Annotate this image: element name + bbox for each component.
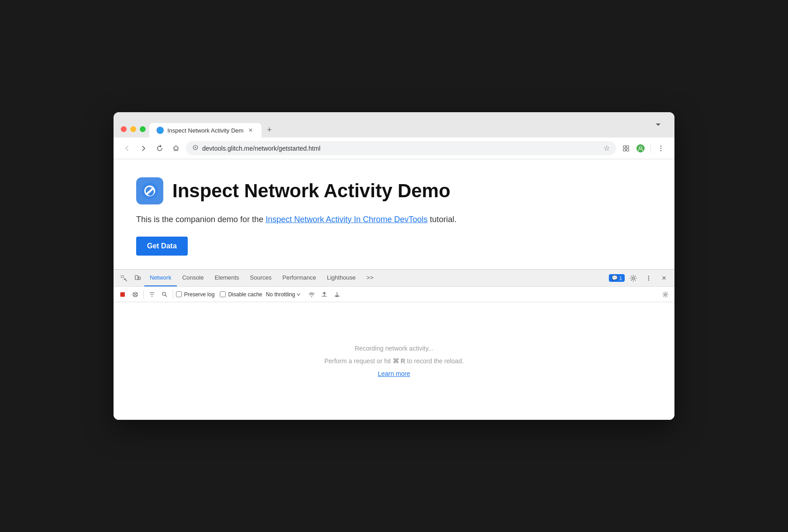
network-toolbar: Preserve log Disable cache No throttling (114, 287, 674, 302)
svg-point-5 (636, 144, 645, 152)
svg-point-20 (665, 294, 666, 295)
disable-cache-label: Disable cache (228, 291, 262, 298)
refresh-btn[interactable] (153, 142, 166, 155)
preserve-log-checkbox-wrap[interactable]: Preserve log (176, 291, 214, 298)
recording-text: Recording network activity... (355, 345, 433, 352)
disable-cache-checkbox-wrap[interactable]: Disable cache (220, 291, 262, 298)
home-btn[interactable] (170, 142, 182, 155)
svg-point-15 (648, 277, 649, 278)
tab-elements[interactable]: Elements (209, 270, 244, 286)
page-description: This is the companion demo for the Inspe… (136, 214, 652, 226)
browser-window: 🌐 Inspect Network Activity Dem ✕ + (114, 112, 674, 420)
preserve-log-checkbox[interactable] (176, 291, 182, 297)
address-bar[interactable]: devtools.glitch.me/network/getstarted.ht… (186, 141, 616, 155)
device-toolbar-icon[interactable] (131, 271, 144, 285)
address-bar-row: devtools.glitch.me/network/getstarted.ht… (114, 138, 674, 159)
upload-icon-btn[interactable] (319, 289, 330, 300)
chrome-menu-icon[interactable] (655, 142, 667, 155)
download-icon-btn[interactable] (332, 289, 342, 300)
devtools-settings-icon[interactable] (627, 271, 640, 285)
toolbar-divider (650, 144, 651, 153)
devtools-panel: Network Console Elements Sources Perform… (114, 269, 674, 420)
tab-bar: 🌐 Inspect Network Activity Dem ✕ + (149, 118, 667, 138)
wifi-icon-btn[interactable] (306, 289, 317, 300)
inspect-element-icon[interactable] (117, 271, 131, 285)
svg-rect-3 (623, 149, 626, 151)
site-logo (136, 177, 163, 204)
browser-toolbar-icons (620, 142, 667, 155)
devtools-more-icon[interactable] (642, 271, 655, 285)
svg-point-19 (162, 292, 166, 295)
description-suffix: tutorial. (427, 215, 456, 224)
search-btn[interactable] (159, 289, 170, 300)
network-content: Recording network activity... Perform a … (114, 302, 674, 420)
tab-close-btn[interactable]: ✕ (247, 127, 254, 134)
back-btn[interactable] (121, 142, 133, 155)
badge-icon: 💬 (612, 275, 618, 281)
bookmark-icon[interactable]: ☆ (603, 144, 610, 152)
description-prefix: This is the companion demo for the (136, 215, 266, 224)
learn-more-link[interactable]: Learn more (378, 370, 410, 377)
tab-overflow-btn[interactable] (649, 118, 667, 138)
tab-lighthouse[interactable]: Lighthouse (322, 270, 361, 286)
tab-favicon-icon: 🌐 (157, 127, 164, 134)
badge-count: 1 (619, 276, 622, 281)
svg-rect-1 (623, 146, 626, 148)
svg-point-7 (660, 147, 661, 148)
toolbar-divider1 (143, 290, 144, 299)
preserve-log-label: Preserve log (184, 291, 214, 298)
devtools-tabs-right: 💬 1 × (609, 271, 671, 285)
clear-log-btn[interactable] (130, 289, 141, 300)
tab-performance[interactable]: Performance (277, 270, 321, 286)
network-settings-icon[interactable] (660, 289, 671, 300)
throttle-select[interactable]: No throttling (264, 290, 303, 299)
svg-point-14 (648, 276, 649, 276)
page-content: Inspect Network Activity Demo This is th… (114, 159, 674, 269)
svg-point-8 (660, 150, 661, 151)
get-data-button[interactable]: Get Data (136, 237, 188, 256)
tab-title: Inspect Network Activity Dem (167, 127, 243, 134)
tab-console[interactable]: Console (177, 270, 209, 286)
svg-rect-4 (627, 149, 629, 151)
window-controls (121, 126, 146, 138)
record-stop-btn[interactable] (117, 289, 128, 300)
title-bar: 🌐 Inspect Network Activity Dem ✕ + (114, 112, 674, 138)
svg-point-13 (632, 277, 635, 279)
page-title-row: Inspect Network Activity Demo (136, 177, 652, 204)
security-icon (192, 144, 199, 152)
devtools-tabs: Network Console Elements Sources Perform… (114, 270, 674, 287)
tab-overflow-btn[interactable]: >> (361, 270, 379, 286)
filter-btn[interactable] (147, 289, 157, 300)
forward-btn[interactable] (137, 142, 150, 155)
perform-text: Perform a request or hit ⌘ R to record t… (324, 357, 464, 365)
active-tab[interactable]: 🌐 Inspect Network Activity Dem ✕ (149, 123, 261, 138)
maximize-window-btn[interactable] (140, 126, 146, 132)
url-text: devtools.glitch.me/network/getstarted.ht… (202, 145, 600, 152)
devtools-close-btn[interactable]: × (657, 271, 671, 285)
svg-rect-10 (121, 276, 123, 278)
tab-sources[interactable]: Sources (245, 270, 277, 286)
svg-rect-2 (627, 146, 629, 148)
throttle-label: No throttling (266, 291, 295, 298)
toolbar-divider2 (173, 290, 173, 299)
svg-rect-11 (135, 276, 138, 280)
svg-rect-17 (120, 292, 125, 297)
disable-cache-checkbox[interactable] (220, 291, 226, 297)
extensions-icon[interactable] (620, 142, 632, 155)
description-link[interactable]: Inspect Network Activity In Chrome DevTo… (266, 215, 427, 224)
svg-point-16 (648, 279, 649, 280)
svg-rect-12 (138, 277, 140, 280)
tab-network[interactable]: Network (144, 270, 177, 286)
close-window-btn[interactable] (121, 126, 127, 132)
console-badge[interactable]: 💬 1 (609, 274, 625, 282)
svg-point-6 (660, 145, 661, 146)
page-heading: Inspect Network Activity Demo (172, 180, 451, 202)
minimize-window-btn[interactable] (130, 126, 136, 132)
profile-icon[interactable] (634, 142, 647, 155)
new-tab-btn[interactable]: + (261, 122, 277, 138)
